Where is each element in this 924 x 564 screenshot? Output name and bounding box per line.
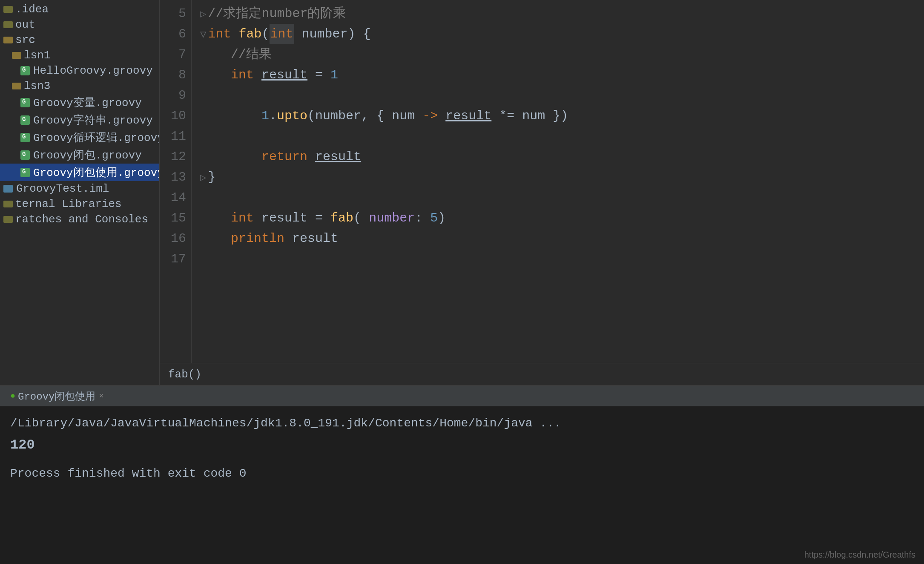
var-number-10: number <box>315 106 361 126</box>
sidebar-item-src[interactable]: src <box>0 32 159 48</box>
line-num-10: 10 <box>163 106 186 126</box>
sidebar-item-groovy-loop[interactable]: Groovy循环逻辑.groovy <box>0 129 159 146</box>
sidebar-item-groovy-closure-use[interactable]: Groovy闭包使用.groovy <box>0 164 159 181</box>
sidebar-item-label: Groovy字符串.groovy <box>33 112 153 127</box>
kw-int-15: int <box>231 208 254 228</box>
indent-12 <box>200 147 261 167</box>
sidebar-item-out[interactable]: out <box>0 17 159 32</box>
console-process-line: Process finished with exit code 0 <box>10 463 914 484</box>
line-num-17: 17 <box>163 249 186 269</box>
space-10e <box>514 106 522 126</box>
space-16 <box>284 228 292 249</box>
code-line-10: 1 . upto ( number , { num -> result *= n <box>200 106 924 126</box>
comma-10: , <box>361 106 369 126</box>
empty-17 <box>200 249 208 269</box>
sidebar-item-groovy-var[interactable]: Groovy变量.groovy <box>0 94 159 111</box>
sidebar: .idea out src lsn1 HelloGroovy.groovy ls… <box>0 0 160 385</box>
console-output-number: 120 <box>10 434 914 457</box>
editor-area: 5 6 7 8 9 10 11 12 13 14 15 16 17 ▷ //求指… <box>160 0 924 385</box>
groovy-file-icon <box>20 168 30 177</box>
sidebar-item-label: lsn1 <box>24 49 50 62</box>
param-name-number: number <box>369 208 415 228</box>
paren-15a: ( <box>353 208 361 228</box>
kw-return: return <box>261 147 307 167</box>
editor-content: 5 6 7 8 9 10 11 12 13 14 15 16 17 ▷ //求指… <box>160 0 924 363</box>
dot-10: . <box>269 106 277 126</box>
code-lines[interactable]: ▷ //求指定number的阶乘 ▽ int fab ( int number … <box>192 0 924 363</box>
var-num-10: num <box>392 106 415 126</box>
code-line-15: int result = fab ( number : 5 ) <box>200 208 924 228</box>
line-num-9: 9 <box>163 85 186 106</box>
kw-int-8: int <box>231 65 254 85</box>
groovy-file-icon <box>20 115 30 125</box>
fn-fab: fab <box>238 24 261 44</box>
groovy-file-icon <box>20 133 30 142</box>
main-area: .idea out src lsn1 HelloGroovy.groovy ls… <box>0 0 924 385</box>
sidebar-item-scratches[interactable]: ratches and Consoles <box>0 212 159 227</box>
sidebar-item-groovy-closure[interactable]: Groovy闭包.groovy <box>0 146 159 164</box>
breadcrumb: fab() <box>168 368 201 381</box>
space-6c <box>356 24 363 44</box>
folder-closed-icon <box>3 21 13 28</box>
code-line-12: return result <box>200 147 924 167</box>
line-num-6: 6 <box>163 24 186 44</box>
indent-10 <box>200 106 261 126</box>
line-num-13: 13 <box>163 167 186 187</box>
close-brace-13: } <box>208 167 215 187</box>
indent-15 <box>200 208 231 228</box>
code-line-16: println result <box>200 228 924 249</box>
sidebar-item-label: Groovy变量.groovy <box>33 95 142 110</box>
console-tab[interactable]: ● Groovy闭包使用 × <box>4 387 109 406</box>
paren-10a: ( <box>307 106 315 126</box>
var-result-10: result <box>445 106 491 126</box>
sidebar-item-groovytest[interactable]: GroovyTest.iml <box>0 181 159 196</box>
num-1-10: 1 <box>261 106 269 126</box>
sidebar-item-groovy-string[interactable]: Groovy字符串.groovy <box>0 111 159 129</box>
close-icon[interactable]: × <box>99 392 103 400</box>
code-line-6: ▽ int fab ( int number ) { <box>200 24 924 44</box>
empty-9 <box>200 85 208 106</box>
code-line-14 <box>200 187 924 208</box>
sidebar-item-ext-lib[interactable]: ternal Libraries <box>0 196 159 212</box>
sidebar-item-label: out <box>15 18 35 31</box>
code-line-8: int result = 1 <box>200 65 924 85</box>
paren-15b: ) <box>438 208 445 228</box>
watermark: https://blog.csdn.net/Greathfs <box>804 550 915 560</box>
sidebar-item-label: lsn3 <box>24 80 50 92</box>
console-tab-label: Groovy闭包使用 <box>18 389 95 403</box>
indent-7 <box>200 44 231 65</box>
sidebar-item-lsn3[interactable]: lsn3 <box>0 78 159 94</box>
punct-6b: ) <box>348 24 356 44</box>
run-icon: ● <box>10 391 15 401</box>
punct-6a: ( <box>262 24 270 44</box>
fn-fab-15: fab <box>330 208 353 228</box>
line-num-12: 12 <box>163 147 186 167</box>
var-result-16: result <box>292 228 338 249</box>
sidebar-item-label: .idea <box>15 3 49 16</box>
sidebar-item-label: HelloGroovy.groovy <box>33 64 153 77</box>
breadcrumb-bar: fab() <box>160 363 924 385</box>
line-numbers: 5 6 7 8 9 10 11 12 13 14 15 16 17 <box>160 0 192 363</box>
space-6a <box>231 24 238 44</box>
console-path-line: /Library/Java/JavaVirtualMachines/jdk1.8… <box>10 413 914 434</box>
param-number: number <box>302 24 348 44</box>
space-12 <box>307 147 315 167</box>
console-output: /Library/Java/JavaVirtualMachines/jdk1.8… <box>0 406 924 564</box>
space-10a: { <box>369 106 392 126</box>
line-num-14: 14 <box>163 187 186 208</box>
fold-icon-13[interactable]: ▷ <box>200 170 206 186</box>
sidebar-item-lsn1[interactable]: lsn1 <box>0 48 159 63</box>
fold-icon-5[interactable]: ▷ <box>200 6 206 23</box>
empty-11 <box>200 126 208 147</box>
sidebar-item-label: src <box>15 34 35 46</box>
code-line-17 <box>200 249 924 269</box>
sidebar-item-hello-groovy[interactable]: HelloGroovy.groovy <box>0 63 159 78</box>
punct-6c: { <box>363 24 371 44</box>
indent-16 <box>200 228 231 249</box>
space-10b <box>415 106 422 126</box>
sidebar-item-idea[interactable]: .idea <box>0 2 159 17</box>
fold-icon-6[interactable]: ▽ <box>200 27 206 43</box>
method-upto: upto <box>277 106 307 126</box>
code-line-9 <box>200 85 924 106</box>
folder-closed-icon <box>3 201 13 207</box>
